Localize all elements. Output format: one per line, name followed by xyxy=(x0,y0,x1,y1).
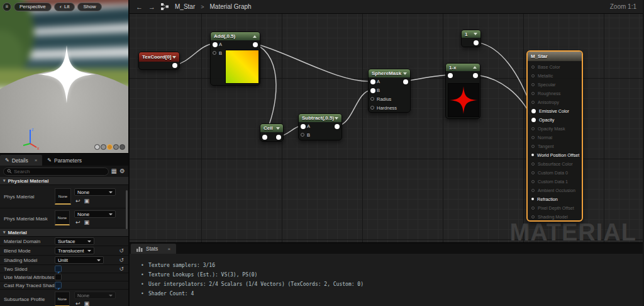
asset-thumbnail[interactable]: None xyxy=(55,188,71,205)
mesh-shape-button[interactable] xyxy=(119,144,125,150)
pin-icon[interactable] xyxy=(531,215,535,218)
search-input[interactable] xyxy=(14,169,105,174)
mstar-input-opacity[interactable]: Opacity xyxy=(528,115,582,124)
pin-icon[interactable] xyxy=(531,198,534,200)
pin-icon[interactable] xyxy=(531,92,535,95)
close-icon[interactable]: × xyxy=(167,246,170,252)
input-pin[interactable] xyxy=(448,73,453,78)
chevron-down-icon[interactable] xyxy=(276,127,280,130)
node-spheremask[interactable]: SphereMask A B Radius Hardness xyxy=(368,69,411,113)
output-pin[interactable] xyxy=(335,124,340,129)
input-pin-b[interactable] xyxy=(213,51,216,55)
search-box[interactable] xyxy=(3,167,109,176)
mstar-input-pixel-depth-offset[interactable]: Pixel Depth Offset xyxy=(528,203,582,212)
phys-material-mask-dropdown[interactable]: None xyxy=(74,210,116,218)
close-icon[interactable]: × xyxy=(35,157,38,163)
pin-icon[interactable] xyxy=(531,180,535,183)
breadcrumb-graph-name[interactable]: Material Graph xyxy=(210,3,252,10)
mstar-input-specular[interactable]: Specular xyxy=(528,80,582,89)
tab-details[interactable]: ✎ Details × xyxy=(0,155,42,166)
plane-shape-button[interactable] xyxy=(107,144,113,150)
mstar-input-roughness[interactable]: Roughness xyxy=(528,89,582,98)
pin-icon[interactable] xyxy=(531,83,535,86)
output-pin[interactable] xyxy=(253,42,258,47)
pin-icon[interactable] xyxy=(531,189,535,192)
reset-to-default-icon[interactable]: ↺ xyxy=(119,257,124,263)
input-pin-hardness[interactable] xyxy=(370,106,374,110)
details-scrollbar[interactable] xyxy=(126,190,128,229)
mstar-input-custom-data-0[interactable]: Custom Data 0 xyxy=(528,168,582,177)
browse-asset-icon[interactable]: ▣ xyxy=(84,220,90,225)
material-graph-canvas[interactable]: MATERIAL TexCoord[0] Add(,0.5) A B xyxy=(130,14,643,242)
use-selected-asset-icon[interactable]: ↩ xyxy=(75,220,80,225)
use-selected-asset-icon[interactable]: ↩ xyxy=(75,198,80,204)
mstar-input-opacity-mask[interactable]: Opacity Mask xyxy=(528,124,582,133)
tab-stats[interactable]: Stats × xyxy=(131,244,176,254)
pin-icon[interactable] xyxy=(531,65,535,69)
pin-icon[interactable] xyxy=(531,127,535,130)
forward-button[interactable]: → xyxy=(148,3,155,11)
mstar-input-metallic[interactable]: Metallic xyxy=(528,71,582,80)
gear-icon[interactable]: ⚙ xyxy=(119,168,125,174)
node-texcoord[interactable]: TexCoord[0] xyxy=(138,52,180,70)
input-pin[interactable] xyxy=(262,135,267,140)
mstar-input-custom-data-1[interactable]: Custom Data 1 xyxy=(528,177,582,186)
asset-thumbnail[interactable]: None xyxy=(55,292,70,306)
chevron-down-icon[interactable] xyxy=(335,117,338,120)
two-sided-checkbox[interactable]: ✓ xyxy=(55,266,62,273)
input-pin-b[interactable] xyxy=(301,133,304,137)
subsurface-profile-dropdown[interactable]: None xyxy=(74,292,116,299)
browse-asset-icon[interactable]: ▣ xyxy=(84,301,90,306)
node-subtract[interactable]: Subtract(,0.5) A B xyxy=(298,113,342,140)
asset-thumbnail[interactable]: None xyxy=(55,210,70,225)
mstar-input-refraction[interactable]: Refraction xyxy=(528,195,582,203)
output-pin[interactable] xyxy=(172,63,177,68)
display-filter-icon[interactable]: ▦ xyxy=(111,168,117,174)
tab-parameters[interactable]: ✎ Parameters xyxy=(42,155,87,166)
pin-icon[interactable] xyxy=(531,74,535,77)
node-ceil[interactable]: Ceil xyxy=(260,123,284,142)
input-pin-a[interactable] xyxy=(370,79,375,84)
chevron-up-icon[interactable] xyxy=(473,66,477,69)
pin-icon[interactable] xyxy=(531,145,535,148)
mstar-input-tangent[interactable]: Tangent xyxy=(528,142,582,150)
phys-material-dropdown[interactable]: None xyxy=(74,188,116,196)
material-domain-dropdown[interactable]: Surface xyxy=(55,237,94,245)
section-material[interactable]: ▾ Material xyxy=(0,229,128,237)
mstar-input-anisotropy[interactable]: Anisotropy xyxy=(528,98,582,106)
shading-model-dropdown[interactable]: Unlit xyxy=(55,256,104,264)
mstar-input-subsurface-color[interactable]: Subsurface Color xyxy=(528,159,582,168)
use-material-attributes-checkbox[interactable] xyxy=(55,274,62,281)
output-pin[interactable] xyxy=(473,73,478,78)
pin-icon[interactable] xyxy=(531,109,536,113)
breadcrumb-material-name[interactable]: M_Star xyxy=(175,3,195,10)
pin-icon[interactable] xyxy=(531,207,535,210)
pin-icon[interactable] xyxy=(531,162,535,166)
section-physical-material[interactable]: ▾ Physical Material xyxy=(0,177,128,185)
node-mstar-output[interactable]: M_Star Base Color Metallic Specular Roug… xyxy=(526,50,583,222)
input-pin-radius[interactable] xyxy=(370,97,374,101)
sphere-shape-button[interactable] xyxy=(101,144,106,150)
node-constant-one[interactable]: 1 xyxy=(461,30,481,47)
mstar-input-world-position-offset[interactable]: World Position Offset xyxy=(528,150,582,159)
chevron-down-icon[interactable] xyxy=(474,33,477,35)
mstar-input-base-color[interactable]: Base Color xyxy=(528,62,582,71)
output-pin[interactable] xyxy=(403,79,408,84)
back-button[interactable]: ← xyxy=(136,3,143,11)
reset-to-default-icon[interactable]: ↺ xyxy=(119,247,124,254)
lit-mode-button[interactable]: ◐Lit xyxy=(54,3,75,11)
mstar-input-emissive-color[interactable]: Emissive Color xyxy=(528,106,582,115)
cast-ray-traced-checkbox[interactable]: ✓ xyxy=(55,282,62,289)
pin-icon[interactable] xyxy=(531,154,534,156)
blend-mode-dropdown[interactable]: Translucent xyxy=(55,247,94,254)
pin-icon[interactable] xyxy=(531,171,535,174)
browse-asset-icon[interactable]: ▣ xyxy=(84,198,90,204)
perspective-button[interactable]: Perspective xyxy=(14,3,52,11)
chevron-down-icon[interactable] xyxy=(403,72,407,75)
node-oneminus[interactable]: 1-x xyxy=(445,63,480,119)
preview-viewport[interactable]: ≡ Perspective ◐Lit Show z x xyxy=(0,0,128,153)
chevron-up-icon[interactable] xyxy=(253,35,257,38)
chevron-down-icon[interactable] xyxy=(172,56,176,59)
node-add[interactable]: Add(,0.5) A B xyxy=(210,31,260,86)
input-pin-a[interactable] xyxy=(213,42,218,47)
